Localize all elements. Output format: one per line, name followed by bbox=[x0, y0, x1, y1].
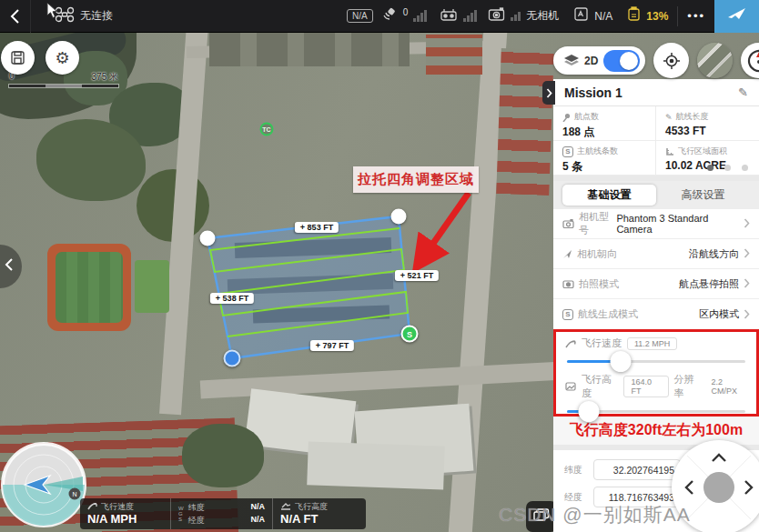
altitude-label: 飞行高度 bbox=[582, 373, 618, 400]
altitude-setting: 飞行高度 164.0 FT 分辨率 2.2 CM/PX bbox=[565, 373, 747, 400]
watermark: CSDN @一别如斯AA bbox=[499, 502, 691, 527]
route-length-icon: ✎ bbox=[665, 113, 673, 122]
lng-value: N/A bbox=[251, 515, 266, 527]
stat-label: 航点数 bbox=[574, 111, 599, 123]
camera-status: 无相机 bbox=[526, 8, 559, 24]
serpentine-icon: S bbox=[562, 146, 573, 157]
row-value: 区内模式 bbox=[699, 307, 739, 321]
checklist-icon bbox=[573, 6, 589, 25]
corner-handle-topleft[interactable] bbox=[200, 231, 216, 246]
speed-icon bbox=[87, 502, 97, 512]
stat-label: 航线长度 bbox=[676, 111, 709, 123]
speed-value: N/A MPH bbox=[87, 513, 163, 526]
altitude-icon bbox=[280, 502, 291, 512]
telemetry-position: W G S 纬度N/A 经度N/A bbox=[171, 498, 273, 529]
crosshair-icon bbox=[663, 52, 681, 70]
stat-waypoints: 航点数 188 点 bbox=[553, 106, 656, 141]
stats-page-dots[interactable] bbox=[707, 165, 748, 171]
row-route-mode[interactable]: S 航线生成模式 区内模式 bbox=[553, 299, 759, 329]
minimap-button[interactable] bbox=[697, 43, 733, 78]
signal-bars-icon bbox=[413, 10, 427, 22]
stat-value: 4533 FT bbox=[665, 125, 750, 137]
lat-value: N/A bbox=[251, 502, 266, 514]
connection-status: 无连接 bbox=[80, 8, 113, 24]
back-button[interactable] bbox=[0, 0, 31, 33]
edit-mission-button[interactable]: ✎ bbox=[738, 85, 748, 99]
stat-label: 主航线条数 bbox=[577, 146, 618, 157]
longitude-value: 118.716763493 bbox=[609, 492, 674, 503]
annotation-label: 拉托四角调整区域 bbox=[353, 166, 479, 193]
settings-rows: 相机型号 Phantom 3 Standard Camera 相机朝向 沿航线方… bbox=[553, 209, 759, 329]
scale-end-label: 375 米 bbox=[92, 71, 118, 84]
route-mode-icon: S bbox=[562, 309, 573, 320]
flight-parameter-card: 飞行速度 11.2 MPH 飞行高度 164.0 FT 分辨率 2.2 CM/P… bbox=[553, 329, 759, 417]
stat-value: 188 点 bbox=[562, 125, 646, 140]
corner-handle-bottomleft[interactable] bbox=[224, 350, 241, 367]
altitude-image-icon bbox=[565, 382, 576, 391]
more-menu-button[interactable]: ••• bbox=[687, 9, 705, 23]
mode-toggle-switch[interactable] bbox=[603, 50, 640, 72]
nudge-center-button[interactable] bbox=[703, 472, 734, 503]
tab-advanced-settings[interactable]: 高级设置 bbox=[656, 185, 750, 206]
speed-setting: 飞行速度 11.2 MPH bbox=[565, 336, 747, 350]
edge-length-left[interactable]: + 538 FT bbox=[210, 293, 254, 304]
latitude-field[interactable]: 32.202764195 bbox=[593, 459, 681, 480]
edge-length-top[interactable]: + 853 FT bbox=[295, 222, 339, 233]
speed-slider[interactable] bbox=[567, 351, 745, 371]
map-control-row: 2D bbox=[553, 43, 759, 78]
telemetry-bar: 飞行速度 N/A MPH W G S 纬度N/A 经度N/A bbox=[80, 498, 366, 529]
map-mode-label: 2D bbox=[584, 55, 598, 67]
compass-north-button[interactable] bbox=[741, 43, 759, 78]
takeoff-button[interactable] bbox=[714, 0, 759, 33]
row-value: 沿航线方向 bbox=[689, 247, 739, 261]
speed-label: 飞行速度 bbox=[582, 336, 622, 350]
airplane-icon bbox=[727, 6, 747, 26]
stat-main-lines: S主航线条数 5 条 bbox=[553, 141, 656, 176]
attitude-compass: N bbox=[1, 442, 86, 531]
telemetry-altitude: 飞行高度 N/A FT bbox=[273, 498, 364, 529]
locate-button[interactable] bbox=[653, 43, 689, 78]
telemetry-speed: 飞行速度 N/A MPH bbox=[80, 498, 171, 529]
satellite-icon bbox=[382, 7, 398, 25]
north-label: N bbox=[72, 491, 76, 497]
speed-slider-knob[interactable] bbox=[610, 351, 631, 372]
nudge-right-icon bbox=[745, 481, 752, 494]
edge-length-bottom[interactable]: + 797 FT bbox=[310, 340, 354, 351]
row-camera-heading[interactable]: 相机朝向 沿航线方向 bbox=[553, 239, 759, 269]
mission-stats: 航点数 188 点 ✎航线长度 4533 FT S主航线条数 5 条 飞行区域面… bbox=[553, 106, 759, 176]
row-label: 相机型号 bbox=[579, 210, 616, 237]
map-settings-button[interactable]: ⚙ bbox=[46, 41, 79, 75]
settings-tabs: 基础设置 高级设置 bbox=[553, 181, 759, 209]
row-camera-model[interactable]: 相机型号 Phantom 3 Standard Camera bbox=[553, 209, 759, 239]
battery-icon bbox=[627, 6, 641, 25]
corner-handle-topright[interactable] bbox=[391, 209, 407, 225]
row-photo-mode[interactable]: 拍照模式 航点悬停拍照 bbox=[553, 269, 759, 299]
tab-basic-settings[interactable]: 基础设置 bbox=[562, 185, 656, 206]
chevron-right-icon bbox=[546, 88, 552, 98]
edge-length-right[interactable]: + 521 FT bbox=[395, 270, 439, 281]
satellite-count: 0 bbox=[403, 7, 409, 17]
photo-mode-icon bbox=[562, 279, 574, 288]
row-label: 相机朝向 bbox=[577, 247, 617, 261]
latitude-label: 纬度 bbox=[564, 464, 586, 477]
camera-icon bbox=[562, 219, 574, 228]
back-chevron-icon bbox=[10, 8, 20, 25]
save-mission-button[interactable] bbox=[1, 41, 35, 75]
latitude-value: 32.202764195 bbox=[613, 465, 674, 476]
tc-marker[interactable]: TC bbox=[260, 123, 274, 136]
altitude-slider[interactable] bbox=[567, 401, 745, 421]
top-status-bar: 无连接 N/A 0 bbox=[0, 0, 759, 33]
survey-area-polygon bbox=[207, 216, 410, 358]
north-arrow-icon bbox=[747, 49, 759, 73]
lat-label: 纬度 bbox=[188, 502, 205, 514]
mouse-cursor bbox=[46, 2, 58, 23]
chevron-right-icon bbox=[744, 246, 750, 262]
row-label: 航线生成模式 bbox=[578, 307, 638, 321]
remote-controller-icon bbox=[440, 7, 458, 25]
altitude-slider-knob[interactable] bbox=[578, 401, 599, 422]
row-label: 拍照模式 bbox=[579, 277, 619, 291]
start-point-marker[interactable]: S bbox=[401, 326, 419, 343]
stat-value: 5 条 bbox=[562, 159, 646, 175]
camera-icon bbox=[488, 7, 505, 25]
panel-collapse-tab[interactable] bbox=[542, 81, 555, 105]
